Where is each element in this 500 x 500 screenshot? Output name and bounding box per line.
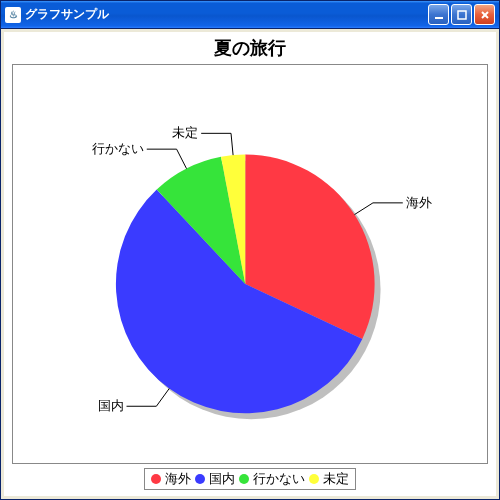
legend-swatch: [309, 474, 319, 484]
minimize-button[interactable]: [428, 4, 449, 25]
slice-label: 海外: [406, 195, 432, 210]
legend-label: 国内: [209, 470, 235, 488]
java-icon: ♨: [5, 7, 21, 23]
legend: 海外国内行かない未定: [144, 468, 356, 490]
legend-label: 海外: [165, 470, 191, 488]
svg-rect-0: [435, 17, 443, 19]
slice-label: 行かない: [92, 141, 144, 156]
app-window: ♨ グラフサンプル 夏の旅行 海外国内行かない未定 海外国内行かない未定: [0, 0, 500, 500]
plot-area: 海外国内行かない未定: [12, 64, 488, 464]
legend-swatch: [195, 474, 205, 484]
pie-chart: 海外国内行かない未定: [13, 65, 487, 463]
slice-label: 未定: [172, 125, 198, 140]
titlebar[interactable]: ♨ グラフサンプル: [1, 1, 499, 29]
legend-swatch: [151, 474, 161, 484]
window-controls: [428, 4, 495, 25]
legend-label: 行かない: [253, 470, 305, 488]
legend-label: 未定: [323, 470, 349, 488]
chart-title: 夏の旅行: [4, 32, 496, 62]
maximize-button[interactable]: [451, 4, 472, 25]
client-area: 夏の旅行 海外国内行かない未定 海外国内行かない未定: [4, 32, 496, 496]
legend-swatch: [239, 474, 249, 484]
svg-rect-1: [458, 11, 466, 19]
window-title: グラフサンプル: [25, 6, 428, 23]
close-button[interactable]: [474, 4, 495, 25]
slice-label: 国内: [98, 398, 124, 413]
